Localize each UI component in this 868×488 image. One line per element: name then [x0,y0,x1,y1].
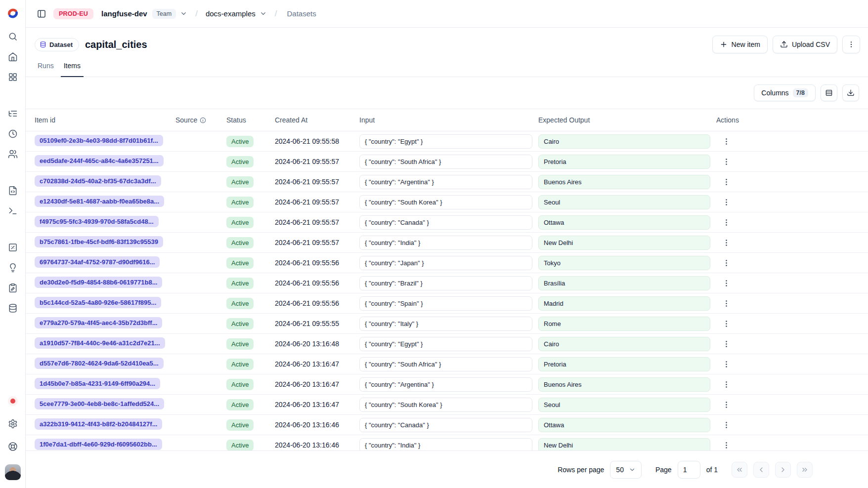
item-id-link[interactable]: c702838d-24d5-40a2-bf35-67dc3a3df... [35,175,161,187]
item-id-link[interactable]: 05109ef0-2e3b-4e03-98dd-8f7d01b61f... [35,135,163,146]
expected-output-cell[interactable]: Rome [538,317,710,331]
home-icon[interactable] [8,52,18,62]
input-cell[interactable]: { "country": "South Africa" } [359,357,532,371]
item-id-link[interactable]: e12430df-5e81-4687-aabb-f0ea65be8a... [35,196,164,207]
row-actions-kebab-button[interactable] [719,215,733,229]
breadcrumb-project[interactable]: docs-examples [206,9,256,18]
item-id-link[interactable]: a1910d57-7f84-440c-9e46-a31c2d7e21... [35,337,165,349]
row-actions-kebab-button[interactable] [719,296,733,310]
input-cell[interactable]: { "country": "India" } [359,236,532,250]
support-life-buoy-icon[interactable] [8,442,18,451]
insights-lightbulb-icon[interactable] [8,263,18,273]
tracing-list-tree-icon[interactable] [8,109,18,119]
column-header-created-at[interactable]: Created At [275,116,359,124]
breadcrumb-section[interactable]: Datasets [287,9,316,18]
expected-output-cell[interactable]: New Delhi [538,438,710,451]
row-actions-kebab-button[interactable] [719,317,733,330]
input-cell[interactable]: { "country": "Canada" } [359,418,532,432]
item-id-link[interactable]: eed5dafe-244f-465c-a84c-4a6e357251... [35,155,164,166]
first-page-button[interactable] [732,462,747,478]
columns-button[interactable]: Columns 7/8 [754,84,816,101]
input-cell[interactable]: { "country": "Canada" } [359,215,532,230]
input-cell[interactable]: { "country": "South Korea" } [359,195,532,209]
settings-gear-icon[interactable] [8,419,18,429]
input-cell[interactable]: { "country": "Japan" } [359,256,532,270]
search-icon[interactable] [8,32,18,41]
expected-output-cell[interactable]: Pretoria [538,357,710,371]
next-page-button[interactable] [775,462,791,478]
langfuse-logo-icon[interactable] [6,7,19,20]
item-id-link[interactable]: b5c144cd-52a5-4a80-926e-58617f895... [35,297,161,308]
input-cell[interactable]: { "country": "Egypt" } [359,337,532,351]
tab-runs[interactable]: Runs [35,62,57,77]
column-header-expected-output[interactable]: Expected Output [538,116,716,124]
org-name[interactable]: langfuse-dev [101,9,147,18]
project-chevron-down-icon[interactable] [260,10,267,17]
row-actions-kebab-button[interactable] [719,377,733,391]
expected-output-cell[interactable]: New Delhi [538,236,710,250]
dashboard-grid-icon[interactable] [8,72,18,82]
tab-items[interactable]: Items [61,62,84,77]
row-actions-kebab-button[interactable] [719,175,733,189]
item-id-link[interactable]: 69764737-34af-4752-9787-d90df9616... [35,256,160,268]
row-actions-kebab-button[interactable] [719,256,733,270]
expected-output-cell[interactable]: Buenos Aires [538,377,710,392]
input-cell[interactable]: { "country": "South Africa" } [359,155,532,169]
previous-page-button[interactable] [753,462,769,478]
item-id-link[interactable]: 5cee7779-3e00-4eb8-be8c-1affedd524... [35,398,164,409]
expected-output-cell[interactable]: Cairo [538,134,710,149]
expected-output-cell[interactable]: Ottawa [538,418,710,432]
item-id-link[interactable]: 1f0e7da1-dbff-4e60-929d-f6095602bb... [35,439,162,450]
expected-output-cell[interactable]: Brasília [538,276,710,290]
row-actions-kebab-button[interactable] [719,398,733,411]
row-actions-kebab-button[interactable] [719,236,733,249]
playground-terminal-icon[interactable] [8,206,18,216]
status-dot-icon[interactable] [10,399,15,404]
item-id-link[interactable]: f4975c95-5fc3-4939-970d-58fa5cd48... [35,216,159,227]
row-actions-kebab-button[interactable] [719,357,733,371]
row-actions-kebab-button[interactable] [719,155,733,168]
expected-output-cell[interactable]: Pretoria [538,155,710,169]
input-cell[interactable]: { "country": "Brazil" } [359,276,532,290]
page-kebab-menu-button[interactable] [842,36,860,53]
export-download-button[interactable] [842,84,859,101]
sessions-clock-icon[interactable] [8,129,18,139]
item-id-link[interactable]: 1d45b0e7-b85a-4231-9149-6ff90a294... [35,378,160,389]
rows-per-page-select[interactable]: 50 [610,461,642,479]
input-cell[interactable]: { "country": "Argentina" } [359,175,532,189]
page-number-input[interactable] [678,461,700,479]
column-header-item-id[interactable]: Item id [35,116,175,124]
row-actions-kebab-button[interactable] [719,438,733,450]
last-page-button[interactable] [797,462,813,478]
column-header-status[interactable]: Status [226,116,275,124]
new-item-button[interactable]: New item [712,36,768,53]
row-density-button[interactable] [821,84,837,101]
input-cell[interactable]: { "country": "Spain" } [359,296,532,311]
item-id-link[interactable]: de30d2e0-f5d9-4854-88b6-0619771b8... [35,277,162,288]
evaluation-percent-square-icon[interactable] [8,243,18,252]
input-cell[interactable]: { "country": "South Korea" } [359,398,532,412]
expected-output-cell[interactable]: Ottawa [538,215,710,230]
input-cell[interactable]: { "country": "Argentina" } [359,377,532,392]
user-avatar[interactable] [5,464,21,480]
org-chevron-down-icon[interactable] [180,10,187,17]
datasets-database-icon[interactable] [8,303,18,313]
users-icon[interactable] [8,149,18,159]
column-header-input[interactable]: Input [359,116,538,124]
expected-output-cell[interactable]: Cairo [538,337,710,351]
upload-csv-button[interactable]: Upload CSV [773,36,837,53]
row-actions-kebab-button[interactable] [719,276,733,290]
expected-output-cell[interactable]: Seoul [538,195,710,209]
input-cell[interactable]: { "country": "India" } [359,438,532,451]
column-header-source[interactable]: Source [175,116,226,124]
row-actions-kebab-button[interactable] [719,195,733,209]
input-cell[interactable]: { "country": "Egypt" } [359,134,532,149]
row-actions-kebab-button[interactable] [719,337,733,351]
row-actions-kebab-button[interactable] [719,134,733,148]
expected-output-cell[interactable]: Madrid [538,296,710,311]
expected-output-cell[interactable]: Buenos Aires [538,175,710,189]
input-cell[interactable]: { "country": "Italy" } [359,317,532,331]
item-id-link[interactable]: e779a270-579a-4f45-aec4-35b72d3bff... [35,317,162,328]
row-actions-kebab-button[interactable] [719,418,733,432]
item-id-link[interactable]: d557e7d6-7802-4624-9da6-52d410ea5... [35,358,164,369]
